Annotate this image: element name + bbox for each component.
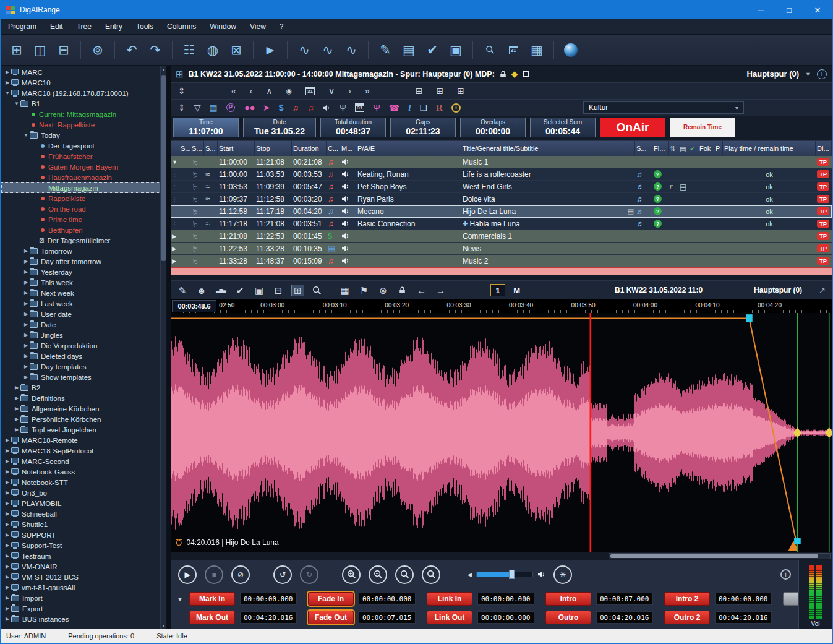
category-dropdown[interactable]: Kultur▾ [583, 101, 744, 114]
grid-active-icon[interactable]: ⊞ [292, 285, 304, 296]
tree-item-next-rappelkiste[interactable]: Next: Rappelkiste [1, 119, 160, 130]
doc-list-icon[interactable]: ▤ [402, 43, 416, 56]
expander-icon[interactable]: ▶ [22, 280, 30, 285]
mic-icon[interactable]: Ψ [339, 103, 346, 112]
tree-item-day-templates[interactable]: ▶Day templates [1, 361, 160, 372]
mark-in-value[interactable]: 00:00:00.000 [240, 593, 297, 605]
expander-icon[interactable]: ▶ [4, 585, 11, 590]
tree-item-playmobil[interactable]: ▶PLAYMOBIL [1, 498, 160, 509]
rds-icon[interactable]: R [436, 103, 443, 113]
link-out-button[interactable]: Link Out [427, 611, 472, 624]
expander-icon[interactable]: ▶ [4, 490, 11, 496]
grid-append-icon[interactable]: ⊞ [437, 87, 444, 95]
filter-clear-icon[interactable]: ▽ [194, 103, 201, 112]
zoom-sel-button[interactable] [395, 565, 414, 584]
expand-icon[interactable]: ↗ [819, 286, 826, 295]
tree-item-schneeball[interactable]: ▶Schneeball [1, 509, 160, 519]
lock-icon[interactable] [397, 286, 408, 294]
save-icon[interactable]: ▦ [340, 286, 351, 295]
grid-insert-icon[interactable]: ⊞ [416, 87, 423, 95]
scroll-up-icon[interactable]: ▲ [161, 66, 166, 73]
tree-item-testraum[interactable]: ▶Testraum [1, 551, 160, 561]
expander-icon[interactable]: ▶ [22, 259, 30, 264]
p-badge-icon[interactable]: P [226, 103, 235, 112]
wave-b-icon[interactable]: ∿ [321, 43, 335, 56]
tree-item-der-tagespool[interactable]: Der Tagespool [1, 140, 160, 151]
expander-icon[interactable]: ▶ [22, 332, 30, 338]
link-in-button[interactable]: Link In [427, 592, 472, 606]
expander-icon[interactable]: ▶ [4, 479, 11, 485]
row-view-icon[interactable]: ⊟ [57, 43, 70, 56]
fade-in-button[interactable]: Fade In [308, 592, 354, 606]
expander-icon[interactable]: ▶ [4, 564, 11, 569]
tree-item-show-templates[interactable]: ▶Show templates [1, 372, 160, 382]
expander-icon[interactable]: ▶ [4, 616, 11, 622]
marker-list-dropdown-icon[interactable]: ▼ [176, 596, 184, 603]
expand-icon[interactable]: ▶ [171, 255, 179, 267]
circle-x-icon[interactable]: ⊗ [378, 286, 389, 295]
person-icon[interactable]: ☻ [196, 286, 207, 295]
menu-entry[interactable]: Entry [98, 19, 129, 34]
speaker-icon[interactable] [322, 105, 330, 111]
expander-icon[interactable]: ▶ [4, 500, 11, 506]
expander-icon[interactable]: ▶ [13, 385, 20, 390]
tree-item-marc18-remote[interactable]: ▶MARC18-Remote [1, 435, 160, 445]
tree-item-b2[interactable]: ▶B2 [1, 382, 160, 393]
group-row-music-1[interactable]: ▼☞11:00:0011:21:0800:21:08♫Music 1TP [171, 156, 832, 168]
tree-item-jingles[interactable]: ▶Jingles [1, 330, 160, 340]
globe-icon[interactable] [564, 43, 578, 57]
expander-icon[interactable]: ▶ [22, 374, 30, 380]
menu-tree[interactable]: Tree [70, 19, 98, 34]
tree-item-hausfrauenmagazin[interactable]: Hausfrauenmagazin [1, 172, 160, 182]
expand-icon[interactable]: ▶ [171, 243, 179, 254]
prev-icon[interactable]: ‹ [250, 87, 253, 95]
outro-2-button[interactable]: Outro 2 [664, 611, 710, 624]
up-icon[interactable]: ∧ [266, 87, 272, 95]
phone-icon[interactable]: ☎ [389, 103, 399, 112]
play-circle-icon[interactable]: ► [263, 43, 277, 56]
expander-icon[interactable]: ▶ [4, 69, 11, 75]
tree-item-notebook-gauss[interactable]: ▶Notebook-Gauss [1, 466, 160, 477]
people-icon[interactable]: ☻☻ [244, 105, 254, 111]
tree-item-marc[interactable]: ▶MARC [1, 67, 160, 77]
tree-item-export[interactable]: ▶Export [1, 603, 160, 614]
link-in-value[interactable]: 00:00:00.000 [477, 593, 534, 605]
expander-icon[interactable]: ▶ [4, 437, 11, 443]
skip-start-icon[interactable]: « [231, 87, 236, 95]
lock-icon[interactable] [500, 71, 506, 78]
outro-2-value[interactable]: 00:04:20.016 [715, 611, 772, 624]
expander-icon[interactable]: ▶ [4, 522, 11, 527]
track-dropdown-icon[interactable]: ▼ [805, 71, 811, 77]
tree-item-der-tagesm-lleimer[interactable]: ⊠Der Tagesmülleimer [1, 235, 160, 246]
tree-item-prime-time[interactable]: Prime time [1, 214, 160, 225]
tree-item-mittagsmagazin[interactable]: →Mittagsmagazin [1, 182, 160, 193]
redo-icon[interactable]: ↷ [148, 43, 162, 56]
flag-clear-icon[interactable]: ⚑ [359, 286, 370, 295]
tree-item-import[interactable]: ▶Import [1, 593, 160, 603]
tree-item-vm-t-81-gaussall[interactable]: ▶vm-t-81-gaussAll [1, 582, 160, 593]
expander-icon[interactable]: ▶ [22, 248, 30, 254]
group-row-music-2[interactable]: ▶☞11:33:2811:48:3700:15:09♫Music 2TP [171, 255, 832, 267]
next-icon[interactable]: › [348, 87, 351, 95]
tree-item-allgemeine-k-rbchen[interactable]: ▶Allgemeine Körbchen [1, 403, 160, 414]
fade-out-button[interactable]: Fade Out [308, 611, 354, 624]
calendar31-icon[interactable]: 31 [506, 46, 520, 54]
zoom-all-button[interactable] [422, 565, 440, 584]
menu-help[interactable]: ? [273, 19, 291, 34]
expander-icon[interactable]: ▶ [4, 595, 11, 601]
doc-copy-icon[interactable]: ▣ [449, 43, 463, 56]
expander-icon[interactable]: ▶ [4, 80, 11, 85]
expander-icon[interactable]: ▶ [22, 311, 30, 317]
wave-a-icon[interactable]: ∿ [297, 43, 311, 56]
minimize-button[interactable]: ─ [746, 1, 775, 19]
tree-scrollbar[interactable]: ▲ ▼ [160, 66, 166, 629]
volume-slider[interactable] [476, 572, 533, 577]
levels-icon[interactable]: ▂▅▃ [215, 288, 226, 293]
tree-item-rappelkiste[interactable]: Rappelkiste [1, 193, 160, 204]
expander-icon[interactable]: ▶ [13, 406, 20, 411]
menu-program[interactable]: Program [1, 19, 43, 34]
outro-button[interactable]: Outro [545, 611, 591, 624]
add-track-icon[interactable]: + [817, 69, 827, 79]
delete-icon[interactable]: ⊠ [229, 43, 243, 56]
mic-pink-icon[interactable]: Ψ [373, 103, 380, 112]
